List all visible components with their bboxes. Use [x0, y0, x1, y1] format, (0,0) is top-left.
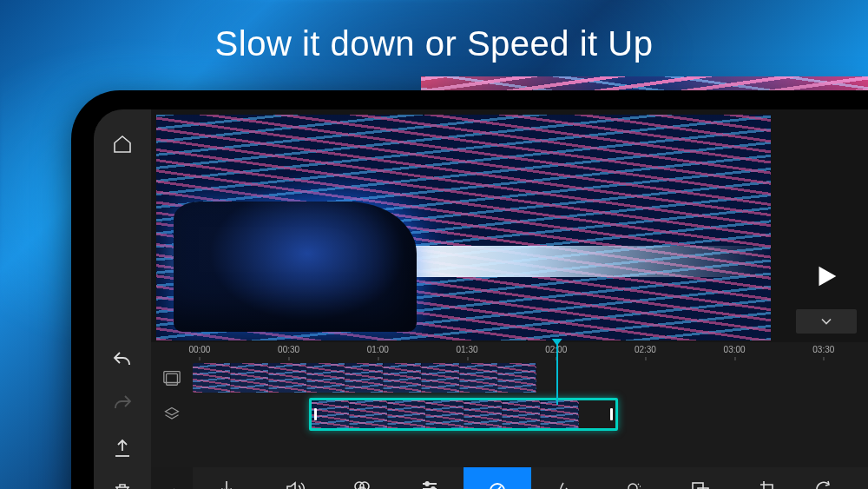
layers-icon[interactable] [151, 406, 193, 423]
tool-skin-smoothener[interactable]: Skin Smoothener [599, 467, 667, 489]
timeline-ruler[interactable]: 00:00 00:30 01:00 01:30 02:00 02:30 03:0… [193, 342, 868, 361]
collapse-preview-button[interactable] [796, 309, 857, 334]
undo-button[interactable] [103, 342, 141, 380]
home-button[interactable] [103, 125, 141, 163]
tool-adjustment[interactable]: Adjustment [396, 467, 464, 489]
tool-crop[interactable]: Crop [734, 467, 802, 489]
ruler-tick: 00:30 [278, 345, 299, 354]
tool-rotate[interactable]: Rot [802, 467, 845, 489]
ruler-tick: 01:30 [456, 345, 477, 354]
app-screen: 00:00 00:30 01:00 01:30 02:00 02:30 03:0… [94, 109, 868, 489]
svg-point-9 [628, 484, 637, 489]
tool-bar: Split Volume Filter Adjustment [151, 467, 868, 489]
ruler-tick: 00:00 [188, 345, 210, 354]
svg-rect-1 [167, 373, 178, 385]
tool-volume[interactable]: Volume [260, 467, 328, 489]
back-button[interactable] [151, 467, 193, 489]
tool-filter[interactable]: Filter [328, 467, 396, 489]
redo-button[interactable] [103, 386, 141, 424]
overlay-clip-selected[interactable] [309, 398, 618, 431]
video-preview[interactable] [156, 115, 771, 340]
left-toolbar [94, 109, 151, 489]
editor-main: 00:00 00:30 01:00 01:30 02:00 02:30 03:0… [151, 109, 868, 489]
promo-headline: Slow it down or Speed it Up [0, 24, 868, 63]
ruler-tick: 03:00 [724, 345, 746, 354]
play-button[interactable] [796, 252, 857, 301]
export-button[interactable] [103, 429, 141, 467]
ruler-tick: 03:30 [812, 345, 834, 354]
phone-notch [71, 234, 94, 381]
delete-button[interactable] [103, 472, 141, 489]
playhead[interactable] [556, 342, 558, 405]
video-clip[interactable] [193, 363, 563, 393]
tool-split[interactable]: Split [193, 467, 260, 489]
video-track [151, 361, 868, 394]
ruler-tick: 02:30 [635, 345, 656, 354]
tool-speed[interactable]: Speed [464, 467, 531, 489]
tool-pan-zoom[interactable]: Pan & Zoom [667, 467, 734, 489]
phone-frame: 00:00 00:30 01:00 01:30 02:00 02:30 03:0… [71, 90, 868, 489]
svg-point-5 [425, 482, 429, 486]
timeline[interactable]: 00:00 00:30 01:00 01:30 02:00 02:30 03:0… [151, 342, 868, 467]
video-track-icon[interactable] [151, 368, 193, 387]
overlay-track [151, 398, 868, 431]
tool-effect[interactable]: Effect [531, 467, 599, 489]
ruler-tick: 01:00 [367, 345, 389, 354]
